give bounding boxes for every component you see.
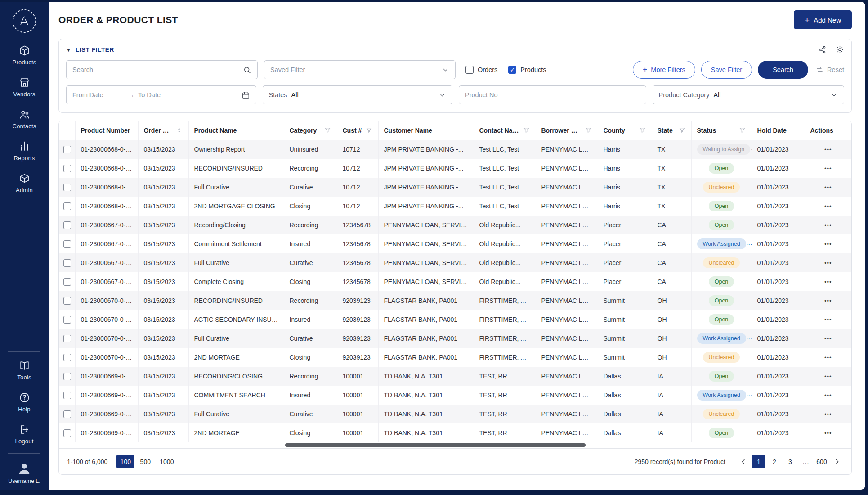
row-actions-button[interactable]: ••• [824,165,832,172]
row-actions-button[interactable]: ••• [824,203,832,210]
column-header-actions[interactable]: Actions [805,121,851,140]
cell-borrower_name: PENNYMAC LOA... [536,310,598,329]
page-button-3[interactable]: 3 [783,455,797,468]
sidebar-item-tools[interactable]: Tools [0,355,49,387]
user-profile[interactable]: Username L. [8,456,40,490]
sidebar-item-reports[interactable]: Reports [0,135,49,167]
sidebar-item-products[interactable]: Products [0,40,49,72]
row-checkbox[interactable] [63,165,71,172]
column-header-category[interactable]: Category [284,121,337,140]
row-checkbox[interactable] [63,202,71,210]
row-actions-button[interactable]: ••• [824,316,832,323]
column-header-status[interactable]: Status [691,121,752,140]
filter-funnel-icon[interactable] [678,126,686,134]
sidebar-item-admin[interactable]: Admin [0,167,49,199]
column-header-hold_date[interactable]: Hold Date [752,121,805,140]
row-checkbox[interactable] [63,240,71,248]
sidebar-item-logout[interactable]: Logout [0,418,49,450]
row-checkbox[interactable] [63,429,71,437]
page-size-500[interactable]: 500 [136,454,154,468]
product-category-select[interactable]: Product Category All [653,86,844,104]
search-input[interactable] [72,66,238,73]
row-actions-button[interactable]: ••• [824,184,832,191]
products-checkbox[interactable]: ✓ Products [508,66,546,74]
row-checkbox[interactable] [63,335,71,342]
page-size-100[interactable]: 100 [116,454,134,468]
column-header-customer_name[interactable]: Customer Name [378,121,474,140]
from-date-input[interactable] [72,91,125,99]
row-checkbox[interactable] [63,259,71,267]
more-filters-button[interactable]: + More Filters [633,61,695,79]
row-actions-button[interactable]: ••• [824,260,832,266]
row-actions-button[interactable]: ••• [824,297,832,304]
page-button-...[interactable]: ... [799,455,813,468]
row-actions-button[interactable]: ••• [824,354,832,361]
sidebar-item-vendors[interactable]: Vendors [0,72,49,104]
filter-funnel-icon[interactable] [365,126,373,134]
page-button-2[interactable]: 2 [768,455,781,468]
checkbox-cell [59,140,75,159]
collapse-caret-icon[interactable]: ▼ [66,47,71,53]
cell-borrower_name: PENNYMAC LOA... [536,386,598,405]
row-checkbox[interactable] [63,373,71,380]
search-icon[interactable] [243,66,251,74]
contacts-icon [19,109,30,120]
column-header-contact_name[interactable]: Contact Name [474,121,536,140]
calendar-icon[interactable] [242,91,250,99]
page-button-600[interactable]: 600 [815,455,828,468]
row-actions-button[interactable]: ••• [824,146,832,153]
page-button-1[interactable]: 1 [752,455,765,468]
reset-button[interactable]: Reset [816,66,844,74]
column-header-order_date[interactable]: Order Date [138,121,188,140]
cell-status: Uncleared [691,178,752,197]
product-no-input[interactable] [465,91,640,99]
company-logo[interactable] [10,7,38,37]
next-page-button[interactable] [831,455,843,468]
filter-funnel-icon[interactable] [738,126,746,134]
row-actions-button[interactable]: ••• [824,222,832,229]
row-actions-button[interactable]: ••• [824,411,832,418]
row-actions-button[interactable]: ••• [824,279,832,285]
row-checkbox[interactable] [63,278,71,286]
row-checkbox[interactable] [63,354,71,361]
save-filter-button[interactable]: Save Filter [701,61,752,79]
filter-funnel-icon[interactable] [585,126,592,134]
orders-checkbox[interactable]: Orders [465,66,497,74]
to-date-input[interactable] [138,91,190,99]
row-checkbox[interactable] [63,316,71,324]
filter-funnel-icon[interactable] [324,126,331,134]
filter-funnel-icon[interactable] [523,126,530,134]
row-actions-button[interactable]: ••• [824,430,832,436]
column-header-product_name[interactable]: Product Name [188,121,284,140]
sidebar-item-contacts[interactable]: Contacts [0,104,49,135]
row-checkbox[interactable] [63,221,71,229]
search-button[interactable]: Search [758,61,808,79]
cell-state: TX [652,178,691,197]
row-checkbox[interactable] [63,184,71,191]
scrollbar-thumb[interactable] [285,443,585,447]
row-actions-button[interactable]: ••• [824,241,832,248]
row-actions-button[interactable]: ••• [824,373,832,380]
row-actions-button[interactable]: ••• [824,392,832,399]
saved-filter-select[interactable]: Saved Filter [264,60,456,79]
previous-page-button[interactable] [737,455,750,468]
states-select[interactable]: States All [263,86,453,104]
page-size-1000[interactable]: 1000 [156,454,177,468]
sidebar-item-help[interactable]: Help [0,387,49,418]
row-actions-button[interactable]: ••• [824,335,832,342]
share-icon[interactable] [818,45,827,54]
row-checkbox[interactable] [63,410,71,418]
row-checkbox[interactable] [63,297,71,305]
cell-hold_date: 01/01/2023 [752,291,805,310]
add-new-button[interactable]: + Add New [794,10,852,29]
column-header-state[interactable]: State [652,121,691,140]
gear-icon[interactable] [836,45,844,54]
sort-icon[interactable] [175,126,183,134]
row-checkbox[interactable] [63,392,71,399]
column-header-county[interactable]: County [598,121,652,140]
filter-funnel-icon[interactable] [639,126,646,134]
column-header-product_number[interactable]: Product Number [75,121,138,140]
column-header-cust_no[interactable]: Cust # [337,121,378,140]
column-header-borrower_name[interactable]: Borrower Name [536,121,598,140]
row-checkbox[interactable] [63,146,71,153]
